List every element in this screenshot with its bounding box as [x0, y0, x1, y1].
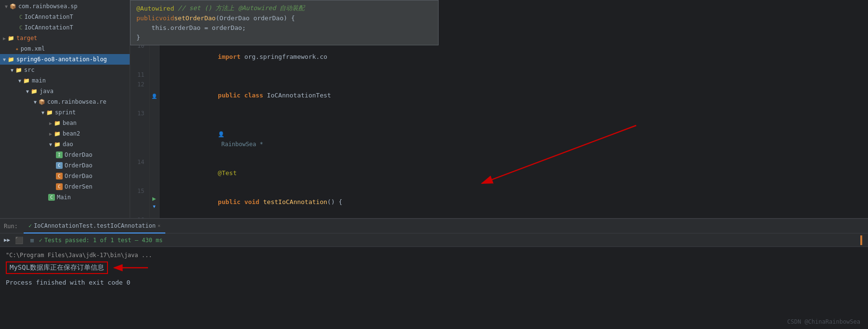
spacer	[6, 273, 862, 277]
tree-item-pom[interactable]: ✦ pom.xml	[0, 43, 130, 54]
line-content	[159, 71, 868, 81]
line-num: 11	[130, 71, 149, 81]
tree-label: src	[24, 67, 35, 73]
toolbar-stop-btn[interactable]: ⬛	[13, 235, 25, 245]
tree-item-sprint[interactable]: ▼ 📁 sprint	[0, 107, 130, 118]
user-icon: 👤	[218, 131, 225, 137]
params: () {	[327, 198, 342, 206]
gutter	[149, 217, 159, 218]
code-editor: @Autowired // set () 方法上 @Autowired 自动装配…	[130, 0, 868, 218]
separator-bar	[860, 235, 862, 245]
tree-label: com.rainbowsea.sp	[18, 3, 78, 10]
tree-item-main[interactable]: ▼ 📁 main	[0, 75, 130, 86]
tree-item-dao[interactable]: ▼ 📁 dao	[0, 139, 130, 150]
folder-icon: 📁	[23, 78, 30, 84]
toolbar-scroll-btn[interactable]: ≡	[28, 235, 36, 245]
bottom-panel: Run: ✓ IoCAnnotationTest.testIoCAnnotati…	[0, 218, 868, 329]
popup-line-2: public void setOrderDao (OrderDao orderD…	[136, 13, 432, 23]
tree-arrow: ▼	[10, 68, 14, 73]
gutter: ▶ ▼	[149, 188, 159, 217]
close-brace: }	[136, 34, 140, 41]
line-content: ApplicationContext applicationContext = …	[159, 217, 868, 218]
tab-close-icon[interactable]: ✕	[158, 223, 160, 228]
tree-arrow: ▶	[48, 131, 53, 137]
tree-item-main2[interactable]: C Main	[0, 192, 130, 203]
popup-line-4: }	[136, 32, 432, 42]
tree-arrow: ▼	[4, 4, 9, 9]
class-badge-orange2: C	[56, 183, 63, 190]
tree-item-target[interactable]: ▶ 📁 target	[0, 33, 130, 43]
run-gutter-icon[interactable]: ▶	[152, 195, 156, 202]
tree-arrow: ▼	[33, 99, 38, 105]
tree-label: sprint	[55, 109, 76, 116]
tree-label: OrderSen	[65, 183, 93, 190]
check-icon2: ✓	[39, 237, 42, 244]
class-badge-blue: C	[56, 162, 63, 169]
bottom-toolbar: ▶▶ ⬛ ≡ ✓ Tests passed: 1 of 1 test – 430…	[0, 233, 868, 247]
code-line-16: 16 ApplicationContext applicationContext…	[130, 217, 868, 218]
tree-item-bean[interactable]: ▶ 📁 bean	[0, 118, 130, 128]
tree-label: pom.xml	[21, 45, 45, 52]
tree-item-ioc1[interactable]: C IoCAnnotationT	[0, 12, 130, 22]
class-badge-green: I	[56, 151, 63, 158]
params: (OrderDao orderDao) {	[215, 14, 294, 22]
tree-item-ioc2[interactable]: C IoCAnnotationT	[0, 22, 130, 33]
code-table: 10 import org.springframework.co 11	[130, 42, 868, 218]
tree-item-bean2[interactable]: ▶ 📁 bean2	[0, 128, 130, 139]
tree-item-src[interactable]: ▼ 📁 src	[0, 65, 130, 75]
folder-icon: 📁	[8, 35, 14, 41]
toolbar-restart-icon[interactable]: ▶▶	[4, 237, 10, 243]
line-content: @Test	[159, 159, 868, 188]
user-gutter-icon: 👤	[151, 94, 157, 99]
tree-item-java[interactable]: ▼ 📁 java	[0, 86, 130, 96]
folder-icon: 📁	[8, 56, 14, 63]
tree-arrow: ▼	[48, 142, 53, 147]
tooltip-popup: @Autowired // set () 方法上 @Autowired 自动装配…	[130, 0, 439, 45]
folder-icon: 📁	[54, 120, 61, 126]
line-num: 12	[130, 81, 149, 110]
tree-label: java	[40, 88, 53, 95]
line-num	[130, 120, 149, 159]
process-finished-text: Process finished with exit code 0	[6, 279, 130, 286]
tree-label: bean	[63, 120, 77, 126]
line-num: 14	[130, 159, 149, 188]
tree-item-spring6[interactable]: ▼ 📁 spring6-oo8-anotation-blog	[0, 54, 130, 65]
author-label: RainbowSea *	[218, 141, 263, 148]
tree-label: OrderDao	[65, 151, 93, 158]
check-icon: ✓	[28, 222, 32, 229]
mysql-output-box: MySQL数据库正在保存订单信息	[6, 261, 108, 274]
tree-arrow: ▼	[17, 78, 22, 83]
tree-label: com.rainbowsea.re	[47, 98, 107, 105]
test-passed-label: ✓ Tests passed: 1 of 1 test – 430 ms	[39, 237, 163, 244]
line-num: 10	[130, 42, 149, 71]
gutter	[149, 120, 159, 159]
code-line-14: 14 @Test	[130, 159, 868, 188]
code-line-10: 10 import org.springframework.co	[130, 42, 868, 71]
tree-item-orderdao2[interactable]: C OrderDao	[0, 160, 130, 171]
fn-name: testIoCAnnotation	[263, 198, 327, 206]
line-content: public class IoCAnnotationTest	[159, 81, 868, 110]
tree-item-com-re[interactable]: ▼ 📦 com.rainbowsea.re	[0, 96, 130, 107]
gutter	[149, 110, 159, 120]
tree-label: OrderDao	[65, 173, 93, 179]
code-line-11: 11	[130, 71, 868, 81]
line-content: 👤 RainbowSea *	[159, 120, 868, 159]
tree-item-orderdao3[interactable]: C OrderDao	[0, 171, 130, 181]
gutter	[149, 42, 159, 71]
tree-item-orderser[interactable]: C OrderSen	[0, 181, 130, 192]
gutter: 👤	[149, 81, 159, 110]
run-tab[interactable]: ✓ IoCAnnotationTest.testIoCAnnotation ✕	[24, 219, 165, 233]
tree-item-com-rainbowsea[interactable]: ▼ 📦 com.rainbowsea.sp	[0, 1, 130, 12]
tree-label: main	[32, 77, 46, 84]
popup-line-3: this.orderDao = orderDao;	[136, 23, 432, 32]
tree-item-orderdao1[interactable]: I OrderDao	[0, 150, 130, 160]
line-content: import org.springframework.co	[159, 42, 868, 71]
class-badge-orange: C	[56, 173, 63, 179]
bottom-tabs: Run: ✓ IoCAnnotationTest.testIoCAnnotati…	[0, 219, 868, 233]
tree-arrow: ▶	[48, 121, 53, 126]
watermark: CSDN @ChinaRainbowSea	[787, 318, 860, 325]
run-label: Run:	[4, 223, 18, 230]
line-num: 15	[130, 188, 149, 217]
popup-line-1: @Autowired // set () 方法上 @Autowired 自动装配	[136, 3, 432, 13]
class-icon: C	[19, 14, 23, 20]
